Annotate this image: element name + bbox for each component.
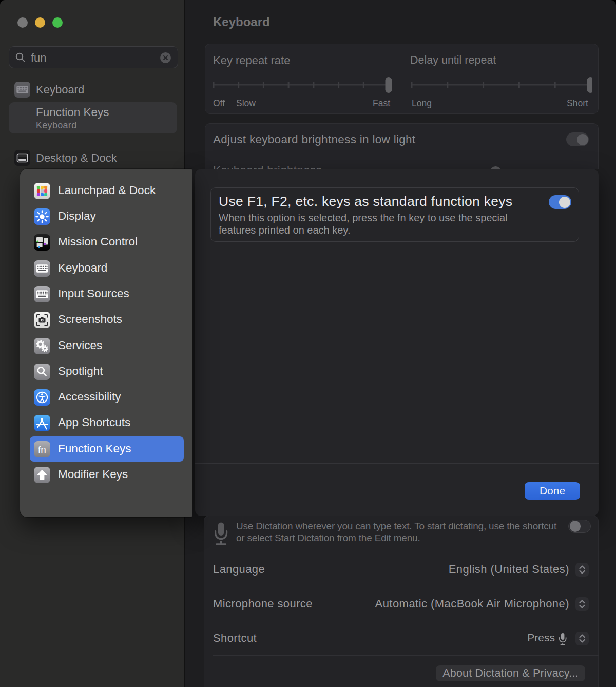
svg-text:fn: fn: [38, 444, 46, 455]
